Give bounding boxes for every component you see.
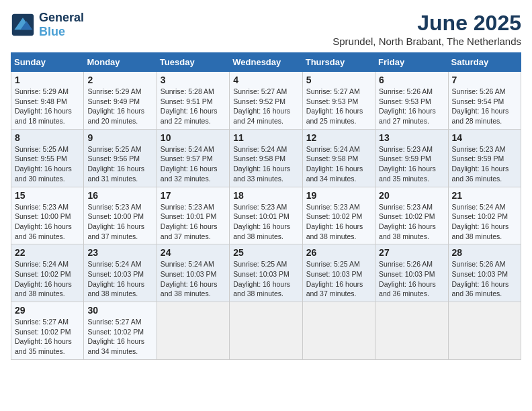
page-header: General Blue June 2025 Sprundel, North B… (11, 11, 521, 47)
table-cell: 1Sunrise: 5:29 AM Sunset: 9:48 PM Daylig… (11, 72, 84, 130)
day-info: Sunrise: 5:25 AM Sunset: 9:56 PM Dayligh… (87, 144, 152, 184)
day-info: Sunrise: 5:24 AM Sunset: 9:58 PM Dayligh… (233, 144, 298, 184)
logo: General Blue (11, 11, 84, 39)
week-row-3: 15Sunrise: 5:23 AM Sunset: 10:00 PM Dayl… (11, 187, 521, 244)
table-cell: 16Sunrise: 5:23 AM Sunset: 10:00 PM Dayl… (84, 187, 157, 244)
col-saturday: Saturday (448, 53, 521, 72)
day-number: 24 (161, 247, 226, 258)
table-cell: 11Sunrise: 5:24 AM Sunset: 9:58 PM Dayli… (230, 129, 302, 187)
day-number: 9 (87, 132, 152, 143)
table-cell: 17Sunrise: 5:23 AM Sunset: 10:01 PM Dayl… (157, 187, 229, 244)
day-info: Sunrise: 5:27 AM Sunset: 10:02 PM Daylig… (87, 317, 152, 357)
day-number: 18 (233, 190, 298, 201)
table-cell (448, 302, 521, 360)
table-cell: 20Sunrise: 5:23 AM Sunset: 10:02 PM Dayl… (375, 187, 448, 244)
day-info: Sunrise: 5:23 AM Sunset: 10:01 PM Daylig… (161, 202, 226, 242)
table-cell: 27Sunrise: 5:26 AM Sunset: 10:03 PM Dayl… (375, 244, 448, 302)
day-info: Sunrise: 5:23 AM Sunset: 10:02 PM Daylig… (379, 202, 444, 242)
col-thursday: Thursday (302, 53, 375, 72)
day-info: Sunrise: 5:29 AM Sunset: 9:49 PM Dayligh… (87, 87, 152, 126)
table-cell: 14Sunrise: 5:23 AM Sunset: 9:59 PM Dayli… (448, 129, 521, 187)
table-cell (230, 302, 302, 360)
table-cell: 13Sunrise: 5:23 AM Sunset: 9:59 PM Dayli… (375, 129, 448, 187)
day-info: Sunrise: 5:26 AM Sunset: 9:53 PM Dayligh… (379, 87, 444, 126)
day-number: 3 (161, 75, 226, 85)
col-tuesday: Tuesday (157, 53, 229, 72)
day-info: Sunrise: 5:29 AM Sunset: 9:48 PM Dayligh… (15, 87, 80, 126)
table-cell: 5Sunrise: 5:27 AM Sunset: 9:53 PM Daylig… (302, 72, 375, 130)
week-row-1: 1Sunrise: 5:29 AM Sunset: 9:48 PM Daylig… (11, 72, 521, 130)
day-number: 26 (306, 247, 371, 258)
day-number: 12 (306, 132, 371, 143)
col-monday: Monday (84, 53, 157, 72)
day-info: Sunrise: 5:27 AM Sunset: 10:02 PM Daylig… (15, 317, 80, 357)
table-cell: 30Sunrise: 5:27 AM Sunset: 10:02 PM Dayl… (84, 302, 157, 360)
table-cell: 25Sunrise: 5:25 AM Sunset: 10:03 PM Dayl… (230, 244, 302, 302)
table-cell: 18Sunrise: 5:23 AM Sunset: 10:01 PM Dayl… (230, 187, 302, 244)
day-number: 27 (379, 247, 444, 258)
day-info: Sunrise: 5:23 AM Sunset: 10:02 PM Daylig… (306, 202, 371, 242)
day-info: Sunrise: 5:23 AM Sunset: 10:00 PM Daylig… (15, 202, 80, 242)
col-sunday: Sunday (11, 53, 84, 72)
table-cell: 6Sunrise: 5:26 AM Sunset: 9:53 PM Daylig… (375, 72, 448, 130)
week-row-4: 22Sunrise: 5:24 AM Sunset: 10:02 PM Dayl… (11, 244, 521, 302)
day-number: 19 (306, 190, 371, 201)
location-title: Sprundel, North Brabant, The Netherlands (332, 36, 521, 47)
day-number: 29 (15, 305, 80, 316)
day-number: 14 (452, 132, 517, 143)
day-info: Sunrise: 5:24 AM Sunset: 10:03 PM Daylig… (161, 259, 226, 299)
table-cell: 26Sunrise: 5:25 AM Sunset: 10:03 PM Dayl… (302, 244, 375, 302)
day-number: 20 (379, 190, 444, 201)
day-number: 4 (233, 75, 298, 85)
table-cell: 15Sunrise: 5:23 AM Sunset: 10:00 PM Dayl… (11, 187, 84, 244)
table-cell: 23Sunrise: 5:24 AM Sunset: 10:03 PM Dayl… (84, 244, 157, 302)
day-info: Sunrise: 5:25 AM Sunset: 10:03 PM Daylig… (306, 259, 371, 299)
table-cell: 3Sunrise: 5:28 AM Sunset: 9:51 PM Daylig… (157, 72, 229, 130)
day-info: Sunrise: 5:24 AM Sunset: 10:02 PM Daylig… (15, 259, 80, 299)
logo-icon (11, 13, 35, 37)
table-cell: 21Sunrise: 5:24 AM Sunset: 10:02 PM Dayl… (448, 187, 521, 244)
day-number: 1 (15, 75, 80, 85)
table-cell: 9Sunrise: 5:25 AM Sunset: 9:56 PM Daylig… (84, 129, 157, 187)
day-number: 23 (87, 247, 152, 258)
calendar-header-row: Sunday Monday Tuesday Wednesday Thursday… (11, 53, 521, 72)
table-cell (157, 302, 229, 360)
day-number: 28 (452, 247, 517, 258)
day-number: 5 (306, 75, 371, 85)
table-cell: 8Sunrise: 5:25 AM Sunset: 9:55 PM Daylig… (11, 129, 84, 187)
day-number: 8 (15, 132, 80, 143)
table-cell: 29Sunrise: 5:27 AM Sunset: 10:02 PM Dayl… (11, 302, 84, 360)
day-info: Sunrise: 5:24 AM Sunset: 9:58 PM Dayligh… (306, 144, 371, 184)
day-number: 30 (87, 305, 152, 316)
day-info: Sunrise: 5:26 AM Sunset: 9:54 PM Dayligh… (452, 87, 517, 126)
col-wednesday: Wednesday (230, 53, 302, 72)
day-number: 10 (161, 132, 226, 143)
day-number: 22 (15, 247, 80, 258)
week-row-5: 29Sunrise: 5:27 AM Sunset: 10:02 PM Dayl… (11, 302, 521, 360)
day-info: Sunrise: 5:23 AM Sunset: 10:00 PM Daylig… (87, 202, 152, 242)
day-info: Sunrise: 5:28 AM Sunset: 9:51 PM Dayligh… (161, 87, 226, 126)
logo-text: General Blue (39, 11, 84, 39)
table-cell: 2Sunrise: 5:29 AM Sunset: 9:49 PM Daylig… (84, 72, 157, 130)
table-cell: 12Sunrise: 5:24 AM Sunset: 9:58 PM Dayli… (302, 129, 375, 187)
table-cell (375, 302, 448, 360)
day-info: Sunrise: 5:23 AM Sunset: 10:01 PM Daylig… (233, 202, 298, 242)
col-friday: Friday (375, 53, 448, 72)
month-title: June 2025 (332, 11, 521, 36)
table-cell: 10Sunrise: 5:24 AM Sunset: 9:57 PM Dayli… (157, 129, 229, 187)
day-info: Sunrise: 5:24 AM Sunset: 10:03 PM Daylig… (87, 259, 152, 299)
day-number: 25 (233, 247, 298, 258)
day-info: Sunrise: 5:25 AM Sunset: 9:55 PM Dayligh… (15, 144, 80, 184)
day-number: 6 (379, 75, 444, 85)
day-number: 21 (452, 190, 517, 201)
day-info: Sunrise: 5:27 AM Sunset: 9:53 PM Dayligh… (306, 87, 371, 126)
table-cell (302, 302, 375, 360)
table-cell: 4Sunrise: 5:27 AM Sunset: 9:52 PM Daylig… (230, 72, 302, 130)
table-cell: 19Sunrise: 5:23 AM Sunset: 10:02 PM Dayl… (302, 187, 375, 244)
day-info: Sunrise: 5:24 AM Sunset: 10:02 PM Daylig… (452, 202, 517, 242)
table-cell: 28Sunrise: 5:26 AM Sunset: 10:03 PM Dayl… (448, 244, 521, 302)
day-info: Sunrise: 5:23 AM Sunset: 9:59 PM Dayligh… (379, 144, 444, 184)
title-block: June 2025 Sprundel, North Brabant, The N… (332, 11, 521, 47)
table-cell: 22Sunrise: 5:24 AM Sunset: 10:02 PM Dayl… (11, 244, 84, 302)
day-info: Sunrise: 5:24 AM Sunset: 9:57 PM Dayligh… (161, 144, 226, 184)
